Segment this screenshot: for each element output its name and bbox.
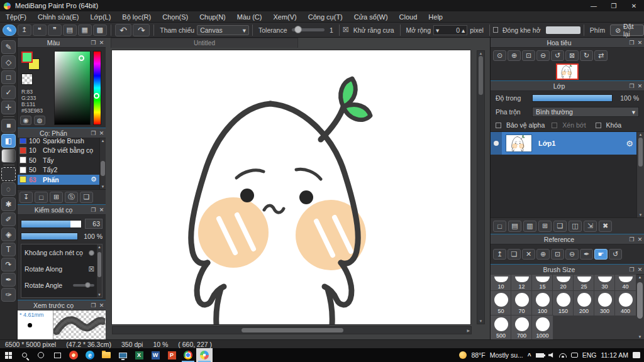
eraser-tool[interactable]: ◇ bbox=[1, 55, 16, 69]
canvas-vertical-scrollbar[interactable]: ▲ ▼ bbox=[477, 50, 485, 324]
hue-bar[interactable] bbox=[93, 51, 101, 125]
brush-size-cell[interactable]: 15 bbox=[532, 275, 553, 291]
eyedropper-tool[interactable]: ✒ bbox=[1, 273, 16, 287]
popout-icon[interactable]: ❐ bbox=[89, 207, 97, 213]
menu-item[interactable]: Tệp(F) bbox=[0, 11, 32, 23]
duplicate-layer-button[interactable]: ◫ bbox=[569, 221, 582, 232]
popout-icon[interactable]: ❐ bbox=[89, 302, 97, 309]
popout-icon[interactable]: ❐ bbox=[628, 266, 636, 273]
expand-spinner[interactable]: ▾ 0 ▴ bbox=[433, 25, 467, 35]
text-tool[interactable]: T bbox=[1, 243, 16, 256]
zoom-out-button[interactable]: ⊖ bbox=[536, 50, 550, 61]
menu-item[interactable]: Bộ lọc(R) bbox=[116, 11, 157, 23]
fit-window-button[interactable]: ⊡ bbox=[522, 50, 535, 61]
menu-item[interactable]: Lớp(L) bbox=[84, 11, 116, 23]
zoom-100-button[interactable]: ⊙ bbox=[493, 50, 506, 61]
select-pen-tool[interactable]: ✐ bbox=[1, 212, 16, 226]
brush-size-cell[interactable]: 300 bbox=[594, 291, 615, 315]
delete-layer-button[interactable]: ✖ bbox=[599, 221, 612, 232]
comment-button[interactable]: ❝ bbox=[33, 25, 47, 36]
reset-button[interactable]: ⊘ Đặt lại bbox=[610, 25, 644, 36]
popout-icon[interactable]: ❐ bbox=[89, 40, 97, 46]
divide-tool[interactable]: ✑ bbox=[1, 288, 16, 302]
taskbar-app-explorer[interactable] bbox=[98, 348, 114, 362]
canvas[interactable] bbox=[112, 50, 470, 324]
cloud-brush-download-button[interactable]: ↧ bbox=[19, 192, 33, 203]
taskbar-app-powerpoint[interactable]: P bbox=[164, 348, 180, 362]
popout-icon[interactable]: ❐ bbox=[89, 130, 97, 136]
language-indicator[interactable]: ENG bbox=[582, 351, 597, 359]
brush-options-scrollbar[interactable]: ▲ ▼ bbox=[96, 244, 102, 297]
material-button[interactable]: ▩ bbox=[93, 25, 107, 36]
rotate-right-button[interactable]: ↻ bbox=[580, 50, 593, 61]
close-icon[interactable]: ✕ bbox=[97, 302, 106, 309]
cortana-button[interactable] bbox=[33, 348, 49, 362]
popout-icon[interactable]: ❐ bbox=[628, 83, 636, 89]
wifi-icon[interactable] bbox=[559, 353, 567, 358]
open-file-button[interactable]: ❏ bbox=[508, 249, 521, 260]
menu-item[interactable]: Chụp(N) bbox=[194, 11, 231, 23]
layer-row[interactable]: Lớp1 ⚙ bbox=[491, 132, 636, 155]
brush-size-cell[interactable]: 25 bbox=[574, 275, 594, 291]
weather-text[interactable]: Mostly su... bbox=[490, 351, 523, 359]
weather-temperature[interactable]: 88°F bbox=[471, 351, 485, 359]
cloud-brush-button[interactable]: ✎ bbox=[3, 25, 16, 36]
taskbar-app-this-pc[interactable] bbox=[114, 348, 131, 362]
brush-size-cell[interactable]: 20 bbox=[553, 275, 574, 291]
brush-size-cell[interactable]: 10 bbox=[491, 275, 511, 291]
canvas-horizontal-scrollbar[interactable]: ▶ bbox=[112, 326, 472, 334]
sv-picker-marker[interactable] bbox=[79, 55, 84, 61]
brush-list-scrollbar[interactable]: ▲ ▼ bbox=[99, 138, 106, 189]
navigator-thumbnail[interactable] bbox=[556, 63, 579, 80]
fill-rect-tool[interactable]: ■ bbox=[1, 119, 16, 133]
brush-folder-button[interactable]: ❏ bbox=[80, 192, 93, 203]
figure-tool[interactable]: □ bbox=[1, 70, 16, 84]
speaker-icon[interactable] bbox=[548, 353, 555, 358]
lasso-tool[interactable]: ◌ bbox=[1, 182, 16, 196]
document-button[interactable]: ▤ bbox=[63, 25, 77, 36]
script-brush-button[interactable]: Ⓢ bbox=[65, 192, 78, 203]
select-eraser-tool[interactable]: ◈ bbox=[1, 228, 16, 241]
battery-icon[interactable] bbox=[536, 353, 544, 358]
color-palette-button[interactable]: ◍ bbox=[34, 116, 45, 125]
layer-list-scrollbar[interactable]: ▲ ▼ bbox=[636, 132, 644, 217]
hue-marker[interactable] bbox=[94, 93, 99, 99]
eyedropper-button[interactable]: ✒ bbox=[580, 249, 593, 260]
close-gap-checkbox[interactable] bbox=[493, 27, 498, 33]
taskbar-app-word[interactable]: W bbox=[147, 348, 164, 362]
cloud-open-button[interactable]: ↥ bbox=[493, 249, 506, 260]
clear-button[interactable]: ✕ bbox=[522, 249, 535, 260]
close-gap-slider[interactable] bbox=[546, 26, 580, 34]
layer-visibility-toggle[interactable] bbox=[491, 132, 502, 155]
taskbar-app-excel[interactable]: X bbox=[131, 348, 147, 362]
zoom-out-button[interactable]: ⊖ bbox=[565, 249, 579, 260]
brush-option-row[interactable]: Khoảng cách nét cọ bbox=[21, 244, 102, 261]
menu-item[interactable]: Cửa sổ(W) bbox=[348, 11, 394, 23]
minimize-button[interactable]: — bbox=[584, 0, 604, 11]
brush-size-slider[interactable] bbox=[21, 220, 82, 228]
brush-tool[interactable]: ✎ bbox=[1, 40, 16, 54]
Sparkle Brush[interactable]: 100 Sparkle Brush ⚙ bbox=[18, 138, 99, 146]
brush-size-cell[interactable]: 40 bbox=[615, 275, 636, 291]
fit-button[interactable]: ⊡ bbox=[551, 249, 564, 260]
hand-button[interactable]: ☛ bbox=[594, 249, 608, 260]
reference-dropdown[interactable]: Canvas ▾ bbox=[197, 25, 249, 35]
publish-button[interactable]: ↥ bbox=[18, 25, 31, 36]
rotate-left-button[interactable]: ↺ bbox=[551, 50, 564, 61]
new-layer-button[interactable]: □ bbox=[493, 221, 506, 232]
blend-mode-dropdown[interactable]: Bình thường ▾ bbox=[532, 107, 639, 117]
magic-wand-tool[interactable]: ✱ bbox=[1, 197, 16, 211]
clock[interactable]: 11:12 AM bbox=[601, 351, 628, 359]
action-center-icon[interactable] bbox=[633, 352, 640, 358]
meet-now-icon[interactable] bbox=[571, 353, 578, 358]
lock-checkbox[interactable] bbox=[596, 123, 601, 128]
saturation-value-picker[interactable] bbox=[54, 51, 91, 125]
select-tool[interactable] bbox=[1, 167, 16, 181]
color-wheel-button[interactable]: ◉ bbox=[20, 116, 31, 125]
menu-item[interactable]: Help bbox=[423, 11, 448, 23]
option-slider-knob[interactable] bbox=[89, 250, 94, 256]
tolerance-slider[interactable] bbox=[292, 28, 325, 31]
task-view-button[interactable] bbox=[49, 348, 65, 362]
new-folder-button[interactable]: ❏ bbox=[553, 221, 567, 232]
transparent-color-swatch[interactable] bbox=[21, 74, 33, 85]
